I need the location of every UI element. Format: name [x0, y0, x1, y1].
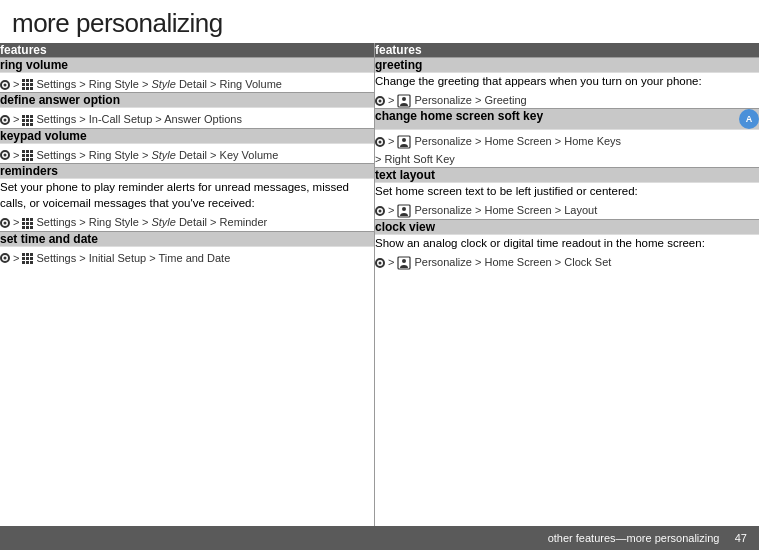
svg-point-1 [402, 97, 406, 101]
table-row: Change the greeting that appears when yo… [375, 73, 759, 109]
section-content-ring-volume: > Settings > Ring Style > Style Detail >… [0, 73, 374, 93]
clock-view-text: Show an analog clock or digital time rea… [375, 237, 705, 249]
path-text: Personalize > Home Screen > Layout [414, 203, 597, 218]
arrow: > [388, 203, 394, 218]
right-header-row: features [375, 43, 759, 58]
section-content-greeting: Change the greeting that appears when yo… [375, 73, 759, 109]
svg-point-3 [402, 138, 406, 142]
arrow: > [13, 251, 19, 266]
page-title: more personalizing [12, 8, 747, 39]
table-row: Set your phone to play reminder alerts f… [0, 179, 374, 232]
path-text: Settings > Ring Style > Style Detail > R… [36, 77, 282, 92]
path-line-2: > Right Soft Key [375, 152, 759, 167]
grid-icon [22, 218, 33, 229]
section-title-home-screen: change home screen soft key A [375, 109, 759, 130]
section-title-text-layout: text layout [375, 168, 759, 183]
dot-icon [0, 80, 10, 90]
grid-icon [22, 150, 33, 161]
personalize-icon [397, 135, 411, 149]
footer-text: other features—more personalizing 47 [548, 532, 747, 544]
table-row: change home screen soft key A [375, 109, 759, 130]
path-text: Personalize > Greeting [414, 93, 526, 108]
page-wrapper: more personalizing features ring volume … [0, 0, 759, 550]
greeting-text: Change the greeting that appears when yo… [375, 75, 702, 87]
personalize-icon [397, 256, 411, 270]
arrow: > [13, 148, 19, 163]
dot-icon [375, 206, 385, 216]
table-row: text layout [375, 168, 759, 183]
path-text: Personalize > Home Screen > Home Keys [414, 134, 621, 149]
table-row: keypad volume [0, 128, 374, 143]
path-line: > Settings > Ring Style > Style Detail >… [0, 77, 374, 92]
path-line: > Settings > Initial Setup > Time and Da… [0, 251, 374, 266]
left-features-table: features ring volume > [0, 43, 374, 266]
path-line: > Personalize > Greeting [375, 93, 759, 108]
section-content-home-screen: > Personalize > Home Screen > Home Keys … [375, 130, 759, 168]
right-features-table: features greeting Change the greeting th… [375, 43, 759, 270]
path-text: Settings > Ring Style > Style Detail > R… [36, 215, 267, 230]
table-row: Show an analog clock or digital time rea… [375, 234, 759, 270]
dot-icon [0, 115, 10, 125]
section-content-reminders: Set your phone to play reminder alerts f… [0, 179, 374, 232]
section-content-define-answer: > Settings > In-Call Setup > Answer Opti… [0, 108, 374, 128]
left-column: features ring volume > [0, 43, 375, 526]
section-title-reminders: reminders [0, 164, 374, 179]
path-line: > Settings > In-Call Setup > Answer Opti… [0, 112, 374, 127]
table-row: reminders [0, 164, 374, 179]
table-row: clock view [375, 219, 759, 234]
arrow: > [388, 93, 394, 108]
footer-page-number: 47 [735, 532, 747, 544]
reminders-text: Set your phone to play reminder alerts f… [0, 181, 349, 209]
path-text: Personalize > Home Screen > Clock Set [414, 255, 611, 270]
personalize-icon [397, 204, 411, 218]
content-area: features ring volume > [0, 43, 759, 526]
grid-icon [22, 115, 33, 126]
section-content-keypad-volume: > Settings > Ring Style > Style Detail >… [0, 143, 374, 163]
table-row: > Settings > In-Call Setup > Answer Opti… [0, 108, 374, 128]
table-row: greeting [375, 58, 759, 73]
svg-point-5 [402, 207, 406, 211]
left-table-header: features [0, 43, 374, 58]
table-row: define answer option [0, 93, 374, 108]
svg-point-7 [402, 259, 406, 263]
path-line: > Settings > Ring Style > Style Detail >… [0, 215, 374, 230]
arrow: > [13, 77, 19, 92]
dot-icon [0, 150, 10, 160]
section-content-text-layout: Set home screen text to be left justifie… [375, 183, 759, 219]
dot-icon [375, 96, 385, 106]
table-row: > Personalize > Home Screen > Home Keys … [375, 130, 759, 168]
right-table-header: features [375, 43, 759, 58]
right-column: features greeting Change the greeting th… [375, 43, 759, 526]
arrow: > [13, 112, 19, 127]
right-soft-key-label: > Right Soft Key [375, 152, 455, 167]
table-row: > Settings > Ring Style > Style Detail >… [0, 73, 374, 93]
grid-icon [22, 79, 33, 90]
section-title-clock-view: clock view [375, 219, 759, 234]
section-title-define-answer: define answer option [0, 93, 374, 108]
table-row: set time and date [0, 231, 374, 246]
dot-icon [0, 218, 10, 228]
arrow: > [13, 215, 19, 230]
path-text: Settings > In-Call Setup > Answer Option… [36, 112, 241, 127]
personalize-icon [397, 94, 411, 108]
text-layout-text: Set home screen text to be left justifie… [375, 185, 638, 197]
dot-icon [0, 253, 10, 263]
path-line: > Personalize > Home Screen > Clock Set [375, 255, 759, 270]
grid-icon [22, 253, 33, 264]
section-title-greeting: greeting [375, 58, 759, 73]
title-bar: more personalizing [0, 0, 759, 43]
path-text: Settings > Ring Style > Style Detail > K… [36, 148, 278, 163]
footer-label: other features—more personalizing [548, 532, 720, 544]
section-content-clock-view: Show an analog clock or digital time rea… [375, 234, 759, 270]
arrow: > [388, 134, 394, 149]
table-row: > Settings > Initial Setup > Time and Da… [0, 246, 374, 266]
left-header-row: features [0, 43, 374, 58]
table-row: Set home screen text to be left justifie… [375, 183, 759, 219]
path-line: > Personalize > Home Screen > Home Keys [375, 134, 759, 149]
dot-icon [375, 258, 385, 268]
section-title-set-time-date: set time and date [0, 231, 374, 246]
badge-icon: A [739, 109, 759, 129]
dot-icon [375, 137, 385, 147]
section-content-set-time-date: > Settings > Initial Setup > Time and Da… [0, 246, 374, 266]
table-row: ring volume [0, 58, 374, 73]
